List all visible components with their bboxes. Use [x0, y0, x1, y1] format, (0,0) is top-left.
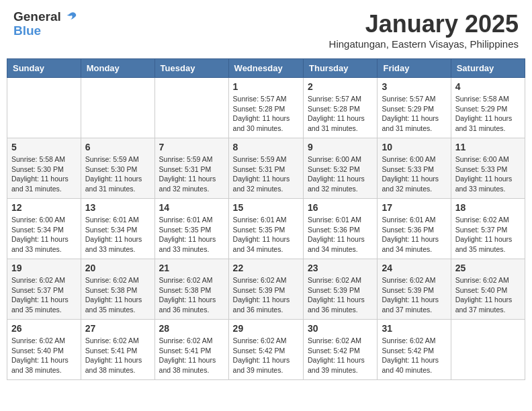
calendar-cell: 28Sunrise: 6:02 AMSunset: 5:41 PMDayligh… [154, 320, 228, 380]
calendar-cell: 25Sunrise: 6:02 AMSunset: 5:40 PMDayligh… [451, 259, 525, 320]
day-number: 13 [85, 202, 150, 213]
day-info: Sunrise: 6:02 AMSunset: 5:42 PMDaylight:… [382, 336, 446, 375]
calendar-cell: 3Sunrise: 5:57 AMSunset: 5:29 PMDaylight… [378, 78, 451, 138]
day-info: Sunrise: 5:58 AMSunset: 5:29 PMDaylight:… [455, 94, 521, 134]
day-number: 24 [382, 263, 446, 273]
day-number: 14 [159, 202, 224, 213]
calendar-cell: 10Sunrise: 6:00 AMSunset: 5:33 PMDayligh… [378, 138, 451, 199]
day-info: Sunrise: 6:02 AMSunset: 5:37 PMDaylight:… [11, 275, 77, 315]
bird-icon [62, 11, 77, 24]
calendar-cell: 1Sunrise: 5:57 AMSunset: 5:28 PMDaylight… [228, 78, 303, 138]
day-number: 1 [233, 81, 299, 92]
day-number: 8 [233, 142, 299, 152]
day-number: 28 [159, 323, 224, 334]
day-number: 18 [455, 202, 521, 213]
day-info: Sunrise: 6:00 AMSunset: 5:33 PMDaylight:… [382, 154, 446, 194]
calendar-cell: 24Sunrise: 6:02 AMSunset: 5:39 PMDayligh… [378, 259, 451, 320]
day-number: 31 [382, 323, 446, 334]
calendar-cell: 23Sunrise: 6:02 AMSunset: 5:39 PMDayligh… [304, 259, 378, 320]
logo-text: General Blue [13, 10, 77, 38]
calendar-cell [451, 320, 525, 380]
calendar-cell: 11Sunrise: 6:00 AMSunset: 5:33 PMDayligh… [451, 138, 525, 199]
day-number: 30 [308, 323, 373, 334]
day-info: Sunrise: 6:02 AMSunset: 5:40 PMDaylight:… [455, 275, 521, 315]
day-info: Sunrise: 6:02 AMSunset: 5:39 PMDaylight:… [308, 275, 373, 315]
calendar-cell: 12Sunrise: 6:00 AMSunset: 5:34 PMDayligh… [7, 199, 81, 259]
weekday-header-friday: Friday [378, 59, 451, 78]
page-header: General Blue January 2025 Hingatungan, E… [7, 7, 525, 53]
day-number: 5 [11, 142, 77, 152]
logo: General Blue [13, 10, 77, 38]
week-row-2: 5Sunrise: 5:58 AMSunset: 5:30 PMDaylight… [7, 138, 525, 199]
week-row-3: 12Sunrise: 6:00 AMSunset: 5:34 PMDayligh… [7, 199, 525, 259]
calendar-cell: 15Sunrise: 6:01 AMSunset: 5:35 PMDayligh… [228, 199, 303, 259]
title-area: January 2025 Hingatungan, Eastern Visaya… [329, 10, 519, 50]
calendar-cell: 26Sunrise: 6:02 AMSunset: 5:40 PMDayligh… [7, 320, 81, 380]
calendar-cell: 18Sunrise: 6:02 AMSunset: 5:37 PMDayligh… [451, 199, 525, 259]
calendar-cell [7, 78, 81, 138]
day-info: Sunrise: 6:01 AMSunset: 5:35 PMDaylight:… [233, 215, 299, 255]
day-info: Sunrise: 6:00 AMSunset: 5:34 PMDaylight:… [11, 215, 77, 255]
day-number: 16 [308, 202, 373, 213]
day-number: 15 [233, 202, 299, 213]
weekday-header-monday: Monday [81, 59, 154, 78]
calendar-cell: 5Sunrise: 5:58 AMSunset: 5:30 PMDaylight… [7, 138, 81, 199]
day-info: Sunrise: 6:01 AMSunset: 5:36 PMDaylight:… [308, 215, 373, 255]
day-number: 19 [11, 263, 77, 273]
day-info: Sunrise: 5:57 AMSunset: 5:29 PMDaylight:… [382, 94, 446, 134]
calendar-cell: 8Sunrise: 5:59 AMSunset: 5:31 PMDaylight… [228, 138, 303, 199]
weekday-header-saturday: Saturday [451, 59, 525, 78]
weekday-header-row: SundayMondayTuesdayWednesdayThursdayFrid… [7, 59, 525, 78]
day-info: Sunrise: 6:00 AMSunset: 5:32 PMDaylight:… [308, 154, 373, 194]
weekday-header-wednesday: Wednesday [228, 59, 303, 78]
calendar-cell: 17Sunrise: 6:01 AMSunset: 5:36 PMDayligh… [378, 199, 451, 259]
day-info: Sunrise: 6:02 AMSunset: 5:39 PMDaylight:… [233, 275, 299, 315]
day-info: Sunrise: 6:02 AMSunset: 5:42 PMDaylight:… [233, 336, 299, 375]
calendar-cell: 14Sunrise: 6:01 AMSunset: 5:35 PMDayligh… [154, 199, 228, 259]
calendar-cell: 4Sunrise: 5:58 AMSunset: 5:29 PMDaylight… [451, 78, 525, 138]
day-number: 2 [308, 81, 373, 92]
day-info: Sunrise: 6:02 AMSunset: 5:37 PMDaylight:… [455, 215, 521, 255]
day-number: 20 [85, 263, 150, 273]
day-info: Sunrise: 6:02 AMSunset: 5:42 PMDaylight:… [308, 336, 373, 375]
day-info: Sunrise: 6:02 AMSunset: 5:41 PMDaylight:… [159, 336, 224, 375]
calendar-cell: 9Sunrise: 6:00 AMSunset: 5:32 PMDaylight… [304, 138, 378, 199]
day-info: Sunrise: 6:01 AMSunset: 5:34 PMDaylight:… [85, 215, 150, 255]
day-number: 23 [308, 263, 373, 273]
day-number: 3 [382, 81, 446, 92]
day-info: Sunrise: 6:02 AMSunset: 5:39 PMDaylight:… [382, 275, 446, 315]
day-info: Sunrise: 5:59 AMSunset: 5:30 PMDaylight:… [85, 154, 150, 194]
day-number: 27 [85, 323, 150, 334]
day-info: Sunrise: 6:01 AMSunset: 5:36 PMDaylight:… [382, 215, 446, 255]
day-info: Sunrise: 5:57 AMSunset: 5:28 PMDaylight:… [308, 94, 373, 134]
calendar-cell: 30Sunrise: 6:02 AMSunset: 5:42 PMDayligh… [304, 320, 378, 380]
day-info: Sunrise: 6:02 AMSunset: 5:38 PMDaylight:… [85, 275, 150, 315]
day-number: 12 [11, 202, 77, 213]
calendar-cell: 2Sunrise: 5:57 AMSunset: 5:28 PMDaylight… [304, 78, 378, 138]
day-number: 22 [233, 263, 299, 273]
calendar-table: SundayMondayTuesdayWednesdayThursdayFrid… [7, 58, 525, 380]
day-number: 21 [159, 263, 224, 273]
weekday-header-thursday: Thursday [304, 59, 378, 78]
logo-blue: Blue [13, 24, 77, 38]
calendar-cell: 19Sunrise: 6:02 AMSunset: 5:37 PMDayligh… [7, 259, 81, 320]
calendar-cell: 7Sunrise: 5:59 AMSunset: 5:31 PMDaylight… [154, 138, 228, 199]
day-info: Sunrise: 5:58 AMSunset: 5:30 PMDaylight:… [11, 154, 77, 194]
day-number: 26 [11, 323, 77, 334]
calendar-cell: 31Sunrise: 6:02 AMSunset: 5:42 PMDayligh… [378, 320, 451, 380]
logo-general: General [13, 10, 77, 24]
day-info: Sunrise: 5:57 AMSunset: 5:28 PMDaylight:… [233, 94, 299, 134]
location: Hingatungan, Eastern Visayas, Philippine… [329, 38, 519, 50]
weekday-header-sunday: Sunday [7, 59, 81, 78]
day-info: Sunrise: 6:00 AMSunset: 5:33 PMDaylight:… [455, 154, 521, 194]
day-number: 10 [382, 142, 446, 152]
day-info: Sunrise: 6:02 AMSunset: 5:38 PMDaylight:… [159, 275, 224, 315]
calendar-cell [81, 78, 154, 138]
day-number: 9 [308, 142, 373, 152]
day-info: Sunrise: 6:02 AMSunset: 5:40 PMDaylight:… [11, 336, 77, 375]
calendar-cell: 16Sunrise: 6:01 AMSunset: 5:36 PMDayligh… [304, 199, 378, 259]
day-number: 11 [455, 142, 521, 152]
day-number: 7 [159, 142, 224, 152]
day-info: Sunrise: 5:59 AMSunset: 5:31 PMDaylight:… [159, 154, 224, 194]
calendar-cell: 20Sunrise: 6:02 AMSunset: 5:38 PMDayligh… [81, 259, 154, 320]
